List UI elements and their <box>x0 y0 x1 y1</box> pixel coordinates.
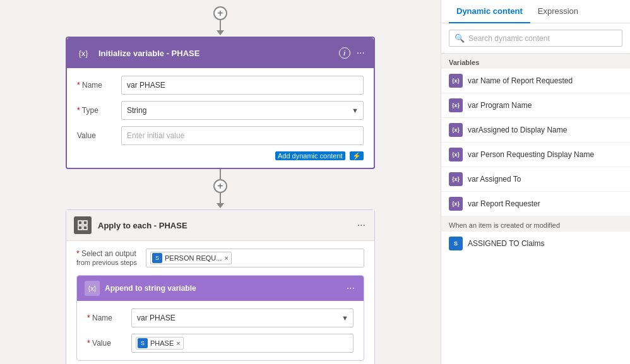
dynamic-icon: ⚡ <box>350 151 364 160</box>
value-label: Value <box>77 131 121 140</box>
var-item-1[interactable]: {x} var Name of Report Requested <box>441 69 630 93</box>
sp-item-1[interactable]: S ASSIGNED TO Claims <box>441 232 630 255</box>
middle-connector: + <box>213 169 227 208</box>
phase-tag-close[interactable]: × <box>176 339 180 347</box>
variables-section-label: Variables <box>441 54 630 69</box>
search-area: 🔍 <box>441 23 630 54</box>
var-icon-2: {x} <box>449 98 463 112</box>
apply-each-card: Apply to each - PHASE ··· * Select an ou… <box>66 209 375 364</box>
apply-each-body: * Select an output from previous steps S… <box>66 241 374 364</box>
select-output-row: * Select an output from previous steps S… <box>76 249 364 267</box>
sp-icon-1: S <box>449 237 463 250</box>
add-step-button[interactable]: + <box>213 6 227 20</box>
add-middle-step-button[interactable]: + <box>213 179 227 193</box>
init-card-header: {x} Initialize variable - PHASE i ··· <box>67 38 374 68</box>
var-icon-4: {x} <box>449 148 463 161</box>
add-dynamic-link[interactable]: Add dynamic content ⚡ <box>77 151 364 160</box>
append-string-icon: {x} <box>85 281 100 296</box>
append-value-input[interactable]: S PHASE × <box>131 334 354 353</box>
append-string-menu-button[interactable]: ··· <box>345 283 356 294</box>
search-icon: 🔍 <box>455 33 465 43</box>
append-string-header: {x} Append to string variable ··· <box>77 276 364 301</box>
var-name-5: var Assigned To <box>468 175 521 184</box>
var-name-3: varAssigned to Display Name <box>468 126 567 134</box>
append-name-select-wrapper: var PHASE ▼ <box>131 308 354 327</box>
name-row: * Name <box>77 76 364 95</box>
append-value-label: * Value <box>87 339 131 348</box>
type-label: * Type <box>77 106 121 115</box>
init-card-title: Initialize variable - PHASE <box>98 49 339 58</box>
svg-rect-1 <box>83 221 87 225</box>
tag-close-button[interactable]: × <box>224 254 228 262</box>
search-input[interactable] <box>468 34 617 43</box>
search-box: 🔍 <box>449 30 622 47</box>
var-icon-5: {x} <box>449 172 463 186</box>
init-card-body: * Name * Type String Integer Boolean Flo… <box>67 68 374 168</box>
var-name-2: var Program Name <box>468 101 532 110</box>
var-name-1: var Name of Report Requested <box>468 76 573 85</box>
apply-each-header: Apply to each - PHASE ··· <box>66 210 374 241</box>
select-output-input[interactable]: S PERSON REQU... × <box>146 249 364 267</box>
var-item-2[interactable]: {x} var Program Name <box>441 93 630 118</box>
var-icon-1: {x} <box>449 74 463 88</box>
tab-expression[interactable]: Expression <box>530 0 586 23</box>
name-input[interactable] <box>121 76 364 95</box>
value-row: Value <box>77 126 364 145</box>
apply-each-menu-button[interactable]: ··· <box>356 220 367 231</box>
append-value-row: * Value S PHASE × <box>87 334 354 353</box>
var-item-4[interactable]: {x} var Person Requesting Display Name <box>441 143 630 167</box>
init-card-menu-button[interactable]: ··· <box>355 47 366 59</box>
var-name-6: var Report Requester <box>468 199 540 208</box>
type-select-wrapper: String Integer Boolean Float Array Objec… <box>121 101 364 120</box>
var-item-6[interactable]: {x} var Report Requester <box>441 192 630 216</box>
sp-name-1: ASSIGNED TO Claims <box>468 239 545 248</box>
append-name-row: * Name var PHASE ▼ <box>87 308 354 327</box>
modified-section-label: When an item is created or modified <box>441 216 630 232</box>
type-row: * Type String Integer Boolean Float Arra… <box>77 101 364 120</box>
name-label: * Name <box>77 81 121 90</box>
apply-each-title: Apply to each - PHASE <box>98 221 356 230</box>
append-string-title: Append to string variable <box>105 284 345 293</box>
append-name-label: * Name <box>87 314 131 322</box>
workflow-canvas: + {x} Initialize variable - PHASE i ··· … <box>0 0 441 364</box>
svg-rect-2 <box>78 226 82 230</box>
append-string-body: * Name var PHASE ▼ * Val <box>77 301 364 360</box>
var-icon-3: {x} <box>449 123 463 137</box>
svg-rect-0 <box>78 221 82 225</box>
right-content: Variables {x} var Name of Report Request… <box>441 54 630 364</box>
var-name-4: var Person Requesting Display Name <box>468 150 594 159</box>
init-card-actions: i ··· <box>339 47 366 59</box>
add-action-area: Add an action <box>76 361 364 364</box>
init-variable-card: {x} Initialize variable - PHASE i ··· * … <box>66 37 375 169</box>
svg-rect-3 <box>83 226 87 230</box>
info-icon[interactable]: i <box>339 47 350 59</box>
var-item-3[interactable]: {x} varAssigned to Display Name <box>441 118 630 143</box>
select-output-label: * Select an output from previous steps <box>76 249 146 267</box>
init-card-icon: {x} <box>74 44 92 62</box>
right-tabs: Dynamic content Expression <box>441 0 630 23</box>
phase-tag-icon: S <box>138 338 148 348</box>
phase-tag: S PHASE × <box>136 337 184 349</box>
var-icon-6: {x} <box>449 197 463 211</box>
append-name-select[interactable]: var PHASE <box>131 308 354 327</box>
top-connector: + <box>213 6 227 35</box>
var-item-5[interactable]: {x} var Assigned To <box>441 167 630 192</box>
type-select[interactable]: String Integer Boolean Float Array Objec… <box>121 101 364 120</box>
append-string-card: {x} Append to string variable ··· * Name… <box>76 275 364 361</box>
dynamic-content-panel: Dynamic content Expression 🔍 Variables {… <box>441 0 630 364</box>
value-input[interactable] <box>121 126 364 145</box>
person-requ-tag: S PERSON REQU... × <box>150 252 232 264</box>
tag-icon: S <box>152 253 162 263</box>
apply-each-icon <box>74 216 92 234</box>
tab-dynamic-content[interactable]: Dynamic content <box>449 0 530 23</box>
